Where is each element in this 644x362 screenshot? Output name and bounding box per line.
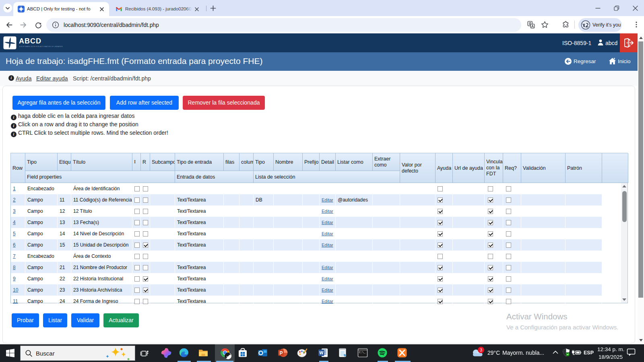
svg-text:C:\_: C:\_ (359, 351, 365, 354)
svg-text:P: P (280, 350, 283, 356)
